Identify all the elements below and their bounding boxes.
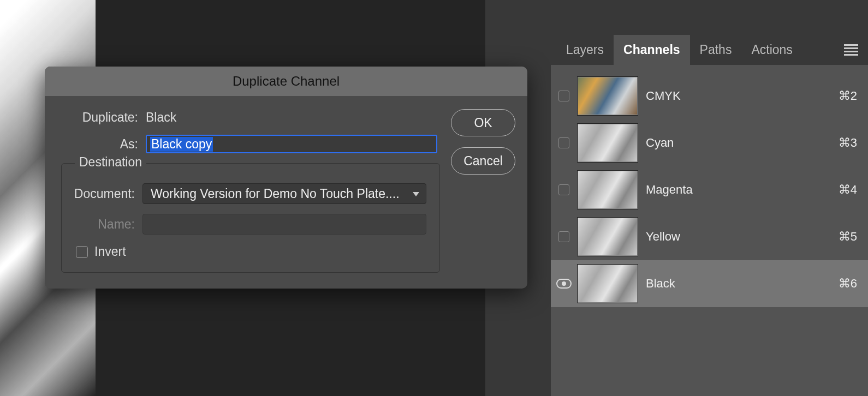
channel-row[interactable]: Magenta⌘4 bbox=[551, 166, 868, 213]
channel-thumbnail bbox=[577, 217, 638, 256]
panel-top-spacer bbox=[551, 0, 868, 35]
visibility-toggle[interactable] bbox=[551, 231, 577, 242]
visibility-toggle[interactable] bbox=[551, 137, 577, 148]
visibility-empty-icon bbox=[558, 231, 569, 242]
channel-thumbnail bbox=[577, 170, 638, 209]
duplicate-label: Duplicate: bbox=[56, 110, 146, 125]
tab-channels[interactable]: Channels bbox=[614, 35, 690, 65]
document-dropdown[interactable]: Working Version for Demo No Touch Plate.… bbox=[142, 183, 426, 204]
channel-name: Black bbox=[646, 277, 675, 291]
eye-icon bbox=[556, 279, 572, 289]
channel-shortcut: ⌘5 bbox=[839, 230, 861, 244]
duplicate-source-value: Black bbox=[146, 110, 176, 125]
channel-thumbnail bbox=[577, 76, 638, 116]
channel-row[interactable]: CMYK⌘2 bbox=[551, 73, 868, 119]
channel-name: Magenta bbox=[646, 183, 693, 197]
visibility-toggle[interactable] bbox=[551, 184, 577, 195]
cancel-button[interactable]: Cancel bbox=[451, 147, 515, 175]
channels-panel: Layers Channels Paths Actions CMYK⌘2Cyan… bbox=[551, 0, 868, 396]
name-label: Name: bbox=[72, 217, 142, 232]
channel-shortcut: ⌘4 bbox=[839, 183, 861, 197]
channel-name: Cyan bbox=[646, 136, 674, 150]
channel-row[interactable]: Cyan⌘3 bbox=[551, 119, 868, 166]
ok-button[interactable]: OK bbox=[451, 109, 515, 136]
visibility-empty-icon bbox=[558, 184, 569, 195]
destination-group: Destination Document: Working Version fo… bbox=[61, 163, 440, 273]
as-name-value: Black copy bbox=[150, 137, 213, 152]
document-label: Document: bbox=[72, 187, 142, 201]
channel-shortcut: ⌘3 bbox=[839, 136, 861, 150]
channel-thumbnail bbox=[577, 123, 638, 163]
visibility-empty-icon bbox=[558, 137, 569, 148]
tab-actions[interactable]: Actions bbox=[741, 35, 802, 65]
invert-label: Invert bbox=[94, 244, 126, 259]
as-name-input[interactable]: Black copy bbox=[146, 135, 437, 153]
channel-row[interactable]: Yellow⌘5 bbox=[551, 213, 868, 260]
duplicate-channel-dialog: Duplicate Channel Duplicate: Black As: B… bbox=[45, 67, 527, 289]
tab-layers[interactable]: Layers bbox=[556, 35, 614, 65]
channel-shortcut: ⌘2 bbox=[839, 89, 861, 103]
name-input-disabled bbox=[142, 214, 426, 235]
tab-paths[interactable]: Paths bbox=[690, 35, 742, 65]
visibility-toggle[interactable] bbox=[551, 91, 577, 101]
invert-checkbox[interactable] bbox=[76, 246, 88, 258]
dialog-title: Duplicate Channel bbox=[45, 67, 527, 96]
visibility-empty-icon bbox=[558, 91, 569, 101]
channel-list: CMYK⌘2Cyan⌘3Magenta⌘4Yellow⌘5Black⌘6 bbox=[551, 65, 868, 307]
panel-menu-icon[interactable] bbox=[844, 44, 858, 56]
as-label: As: bbox=[56, 137, 146, 152]
document-dropdown-value: Working Version for Demo No Touch Plate.… bbox=[151, 187, 400, 201]
channel-shortcut: ⌘6 bbox=[839, 277, 861, 291]
destination-legend: Destination bbox=[75, 155, 146, 170]
panel-tabs: Layers Channels Paths Actions bbox=[551, 35, 868, 65]
channel-name: Yellow bbox=[646, 230, 680, 244]
channel-row[interactable]: Black⌘6 bbox=[551, 260, 868, 307]
visibility-toggle[interactable] bbox=[551, 279, 577, 289]
channel-name: CMYK bbox=[646, 89, 681, 103]
channel-thumbnail bbox=[577, 264, 638, 303]
